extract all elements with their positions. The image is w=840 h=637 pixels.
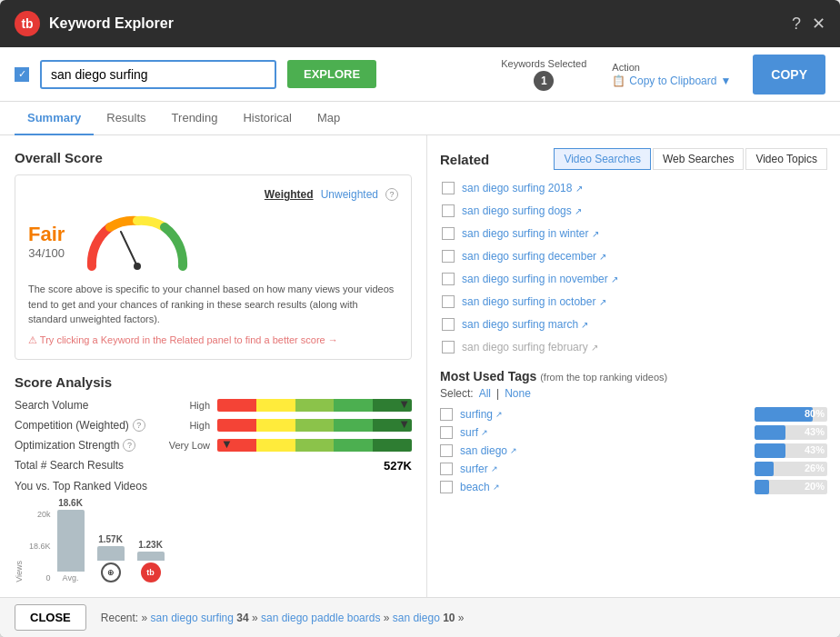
related-checkbox-1[interactable] — [442, 182, 455, 194]
tags-list: surfing ↗ 80% surf ↗ 43% — [440, 407, 827, 494]
metric-label-optimization: Optimization Strength ? — [15, 439, 160, 452]
close-icon[interactable]: ✕ — [812, 14, 825, 34]
tab-map[interactable]: Map — [305, 102, 353, 135]
divider-pipe: | — [496, 387, 499, 400]
tag-bar-fill-surfer — [755, 462, 774, 476]
tag-item-beach: beach ↗ 20% — [440, 480, 827, 494]
competition-help-icon[interactable]: ? — [133, 419, 145, 432]
related-header: Related Video Searches Web Searches Vide… — [440, 148, 827, 170]
bar-green — [334, 399, 373, 412]
related-checkbox-2[interactable] — [442, 204, 455, 217]
tab-unweighted[interactable]: Unweighted — [321, 188, 378, 201]
select-all-link[interactable]: All — [479, 387, 491, 400]
bar-indicator-competition: ▼ — [398, 417, 410, 431]
footer-recent: Recent: » san diego surfing 34 » san die… — [101, 612, 465, 624]
search-input[interactable] — [40, 60, 276, 89]
bar-indicator-optimization: ▼ — [221, 437, 233, 451]
tag-name-surfing[interactable]: surfing ↗ — [460, 408, 747, 421]
tab-trending[interactable]: Trending — [159, 102, 231, 135]
recent-link-3[interactable]: san diego — [393, 612, 440, 624]
tab-historical[interactable]: Historical — [230, 102, 304, 135]
tab-results[interactable]: Results — [94, 102, 158, 135]
related-item-5[interactable]: san diego surfing in november ↗ — [440, 268, 827, 290]
related-text-2: san diego surfing dogs ↗ — [462, 204, 582, 217]
related-item-6[interactable]: san diego surfing in october ↗ — [440, 291, 827, 313]
related-item-3[interactable]: san diego surfing in winter ↗ — [440, 223, 827, 244]
score-header: Weighted Unweighted ? — [28, 188, 398, 201]
explore-button[interactable]: EXPLORE — [287, 60, 376, 88]
close-button[interactable]: CLOSE — [15, 604, 86, 631]
related-checkbox-6[interactable] — [442, 295, 455, 308]
bar-brand — [137, 552, 165, 561]
target-icon: ⊕ — [101, 562, 121, 582]
recent-link-1[interactable]: san diego surfing — [151, 612, 234, 624]
tag-checkbox-surfing[interactable] — [440, 408, 453, 421]
score-help-icon[interactable]: ? — [385, 188, 398, 201]
svg-line-0 — [121, 232, 137, 266]
related-checkbox-8[interactable] — [442, 341, 455, 353]
related-item[interactable]: san diego surfing 2018 ↗ — [440, 177, 827, 199]
bar-light-green-3 — [295, 439, 335, 452]
tag-name-surfer[interactable]: surfer ↗ — [460, 463, 747, 475]
footer-arrow-1: » — [142, 612, 151, 624]
metric-bar-competition-segments — [217, 419, 412, 432]
copy-to-clipboard-link[interactable]: 📋 Copy to Clipboard ▼ — [612, 75, 731, 87]
related-checkbox-5[interactable] — [442, 273, 455, 285]
tag-name-surf[interactable]: surf ↗ — [460, 426, 747, 439]
tab-video-searches[interactable]: Video Searches — [554, 148, 651, 170]
tag-checkbox-beach[interactable] — [440, 481, 453, 493]
bar-dark-green-3 — [373, 439, 412, 452]
optimization-help-icon[interactable]: ? — [123, 439, 135, 452]
tab-web-searches[interactable]: Web Searches — [653, 148, 745, 170]
bar-yellow-3 — [256, 439, 295, 452]
metric-bar-search-volume: ▼ — [217, 399, 412, 412]
tags-select-row: Select: All | None — [440, 387, 827, 400]
select-none-link[interactable]: None — [505, 387, 531, 400]
chart-title: You vs. Top Ranked Videos — [15, 480, 412, 493]
tag-name-san-diego[interactable]: san diego ↗ — [460, 444, 747, 457]
tag-checkbox-surfer[interactable] — [440, 463, 453, 475]
score-description: The score above is specific to your chan… — [28, 282, 398, 327]
brand-icon: tb — [141, 562, 161, 582]
bar-red — [217, 399, 256, 412]
metric-bar-optimization-segments — [217, 439, 412, 452]
tags-subtitle: (from the top ranking videos) — [540, 372, 667, 383]
bar-yellow-2 — [256, 419, 295, 432]
recent-link-2[interactable]: san diego paddle boards — [261, 612, 380, 624]
recent-num-1: 34 — [236, 612, 252, 624]
tab-video-topics[interactable]: Video Topics — [745, 148, 827, 170]
copy-button[interactable]: COPY — [753, 55, 825, 95]
select-checkbox[interactable]: ✓ — [15, 67, 29, 82]
related-item-4[interactable]: san diego surfing december ↗ — [440, 245, 827, 267]
metric-label-search-volume: Search Volume — [15, 399, 160, 412]
tab-summary[interactable]: Summary — [15, 102, 94, 135]
score-tabs: Weighted Unweighted ? — [265, 188, 398, 201]
tab-weighted[interactable]: Weighted — [265, 188, 314, 201]
related-checkbox-3[interactable] — [442, 227, 455, 240]
footer-arrow-2: » — [252, 612, 261, 624]
score-gauge-area: Fair 34/100 — [28, 212, 398, 271]
metric-total-row: Total # Search Results 527K — [15, 459, 412, 473]
related-checkbox-7[interactable] — [442, 318, 455, 331]
tag-checkbox-surf[interactable] — [440, 426, 453, 439]
related-item-7[interactable]: san diego surfing march ↗ — [440, 314, 827, 335]
metric-competition: Competition (Weighted) ? High ▼ — [15, 419, 412, 432]
app-logo: tb — [15, 11, 40, 36]
keywords-selected: Keywords Selected 1 — [501, 58, 586, 91]
tag-item-surfer: surfer ↗ 26% — [440, 462, 827, 476]
header-icons: ? ✕ — [792, 14, 825, 34]
related-section: Related Video Searches Web Searches Vide… — [440, 148, 827, 358]
bar-light-green — [295, 399, 335, 412]
related-checkbox-4[interactable] — [442, 250, 455, 263]
left-panel: Overall Score Weighted Unweighted ? Fair… — [0, 135, 427, 597]
tag-bar-fill-san-diego — [755, 443, 785, 458]
svg-point-1 — [134, 263, 141, 270]
related-item-8[interactable]: san diego surfing february ↗ — [440, 336, 827, 358]
tag-item-san-diego: san diego ↗ 43% — [440, 443, 827, 458]
related-item-2[interactable]: san diego surfing dogs ↗ — [440, 200, 827, 222]
help-icon[interactable]: ? — [792, 15, 801, 34]
y-max: 20k — [29, 510, 51, 519]
tag-checkbox-san-diego[interactable] — [440, 444, 453, 457]
tag-name-beach[interactable]: beach ↗ — [460, 481, 747, 493]
related-text-7: san diego surfing march ↗ — [462, 318, 588, 331]
